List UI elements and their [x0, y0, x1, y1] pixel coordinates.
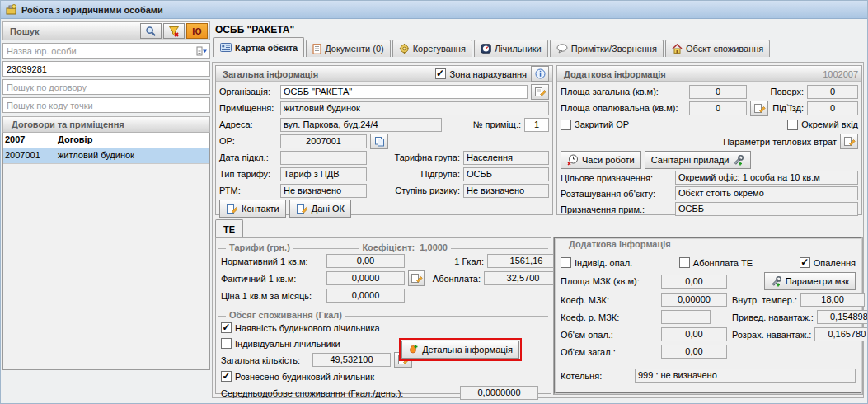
- total-area-field[interactable]: 0: [689, 85, 747, 99]
- indiv-heat-checkbox[interactable]: [561, 257, 571, 268]
- contracts-header: Договори та приміщення: [2, 116, 210, 133]
- location-field: Обєкт стоїть окремо: [675, 186, 858, 200]
- tab-meters[interactable]: Лічильники: [474, 40, 548, 57]
- sanitary-button[interactable]: Санітарні прилади: [645, 151, 751, 169]
- speech-bubble-icon: [556, 44, 568, 54]
- red-highlight-box: Детальна інформація: [399, 338, 522, 361]
- mzk-coef-field[interactable]: 0,00000: [661, 293, 727, 307]
- org-field[interactable]: ОСББ "РАКЕТА": [280, 85, 528, 99]
- actual-field[interactable]: 0,0000: [326, 271, 405, 285]
- heated-area-edit-button[interactable]: [750, 101, 768, 116]
- floor-field[interactable]: 0: [807, 85, 858, 99]
- actual-edit-button[interactable]: [408, 270, 425, 286]
- clear-filter-button[interactable]: [163, 23, 185, 39]
- tab-notes[interactable]: Примітки/Звернення: [550, 40, 664, 57]
- sanitary-label: Санітарні прилади: [651, 155, 730, 165]
- premise-name: житловий будинок: [54, 148, 209, 163]
- heat-loss-params-label[interactable]: Параметри теплових втрат: [723, 137, 837, 147]
- house-icon: [672, 44, 683, 54]
- mzk-r-coef-field[interactable]: [661, 310, 711, 324]
- reduced-load-label: Привед. навантаж.:: [714, 312, 814, 322]
- wrench-icon: [733, 154, 744, 166]
- house-meter-label: Наявність будинкового лічильника: [235, 323, 380, 333]
- search-icon: [145, 26, 157, 37]
- total-volume-field[interactable]: 0,00: [661, 345, 727, 359]
- closed-or-checkbox[interactable]: [561, 120, 571, 130]
- tab-corrections[interactable]: Корегування: [392, 40, 472, 57]
- total-area-label: Площа загальна (кв.м):: [561, 87, 686, 96]
- info-button[interactable]: [531, 66, 549, 82]
- mzk-area-field[interactable]: 0,00: [661, 275, 727, 289]
- distributed-meter-checkbox[interactable]: ✓: [221, 371, 232, 382]
- tab-label: Лічильники: [495, 44, 542, 54]
- ok-data-button[interactable]: Дані ОК: [289, 200, 351, 218]
- abon-label: Абонплата:: [428, 274, 481, 284]
- contacts-button[interactable]: Контакти: [219, 200, 286, 218]
- total-quantity-label: Загальна кількість:: [221, 355, 309, 365]
- boiler-field: 999 : не визначено: [635, 369, 856, 383]
- search-button[interactable]: [140, 23, 162, 39]
- legal-name-combo[interactable]: Назва юр. особи: [2, 43, 210, 59]
- tab-te[interactable]: ТЕ: [215, 219, 243, 237]
- premise-purpose-label: Призначення прим.:: [561, 204, 672, 214]
- ok-data-edit-icon: [296, 204, 308, 214]
- flame-icon: [408, 344, 419, 355]
- heat-loss-params-button[interactable]: [840, 134, 858, 149]
- table-row-selected[interactable]: 2007001 житловий будинок: [3, 148, 209, 164]
- contracts-table-header-row[interactable]: 2007 Договір: [3, 133, 209, 148]
- work-hours-button[interactable]: Часи роботи: [561, 151, 641, 169]
- consumption-legend: Обсяг споживання (Гкал): [226, 310, 345, 320]
- tab-strip: Картка обєкта Документи (0) Корегування …: [212, 37, 864, 57]
- premise-no-field[interactable]: 1: [524, 118, 549, 132]
- main-area: ОСББ "РАКЕТА" Картка обєкта Документи (0…: [212, 21, 864, 403]
- combo-dropdown-icon[interactable]: [195, 46, 209, 56]
- individual-meters-checkbox[interactable]: [221, 338, 232, 349]
- total-quantity-field[interactable]: 49,532100: [312, 353, 391, 367]
- work-hours-label: Часи роботи: [582, 155, 635, 165]
- copy-icon: [374, 136, 385, 147]
- separate-entrance-checkbox[interactable]: [787, 120, 798, 130]
- house-meter-checkbox[interactable]: ✓: [221, 322, 232, 333]
- normative-field[interactable]: 0,00: [326, 254, 405, 268]
- price-field[interactable]: 0,0000: [326, 289, 405, 303]
- distributed-meter-label: Рознесено будинковий лічильник: [235, 372, 374, 382]
- tab-consumption-object[interactable]: Обєкт споживання: [665, 40, 770, 57]
- mzk-area-label: Площа МЗК (кв.м):: [561, 276, 658, 286]
- tariff-type-field: Тариф з ПДВ: [280, 167, 367, 181]
- normative-label: Нормативний 1 кв.м:: [221, 256, 323, 266]
- legal-entity-button[interactable]: Ю: [186, 23, 208, 39]
- reduced-load-field: 0,154898: [817, 310, 868, 324]
- calc-load-label: Розрах. навантаж.:: [730, 330, 811, 340]
- inner-temp-field: 18,00: [800, 293, 865, 307]
- heating-checkbox[interactable]: ✓: [800, 257, 810, 268]
- tab-documents[interactable]: Документи (0): [306, 40, 390, 57]
- date-field[interactable]: [280, 151, 367, 165]
- heated-area-label: Площа опалювальна (кв.м):: [561, 103, 686, 113]
- rtm-field: Не визначено: [280, 184, 367, 198]
- org-edit-button[interactable]: [531, 84, 549, 100]
- mzk-coef-label: Коеф. МЗК:: [561, 295, 658, 305]
- premise-number: 2007001: [3, 148, 54, 163]
- gauge-icon: [481, 44, 491, 54]
- tab-label: Примітки/Звернення: [571, 44, 657, 54]
- tab-object-card[interactable]: Картка обєкта: [213, 37, 304, 57]
- point-code-search-input[interactable]: [2, 97, 210, 113]
- contract-search-input[interactable]: [2, 79, 210, 95]
- tab-label: Документи (0): [325, 44, 383, 54]
- legal-code-input[interactable]: [2, 61, 210, 77]
- edit-icon: [753, 103, 766, 114]
- entrance-field[interactable]: 0: [807, 101, 858, 115]
- detail-info-button[interactable]: Детальна інформація: [401, 341, 519, 359]
- card-icon: [220, 43, 232, 52]
- abon-te-checkbox[interactable]: [679, 257, 690, 268]
- mzk-params-button[interactable]: Параметри мзк: [764, 272, 856, 290]
- heat-volume-field[interactable]: 0,00: [661, 327, 727, 341]
- mzk-params-label: Параметри мзк: [786, 276, 849, 286]
- contract-number: 2007: [3, 133, 54, 148]
- date-label: Дата підкл.:: [219, 153, 277, 162]
- search-panel: Пошук Ю Назва юр. особи Договори та прим…: [2, 21, 210, 402]
- app-window: Робота з юридичними особами Пошук Ю Назв…: [0, 0, 868, 404]
- zone-checkbox[interactable]: ✓: [435, 68, 446, 79]
- copy-or-button[interactable]: [370, 134, 388, 149]
- heated-area-field[interactable]: 0: [689, 101, 747, 115]
